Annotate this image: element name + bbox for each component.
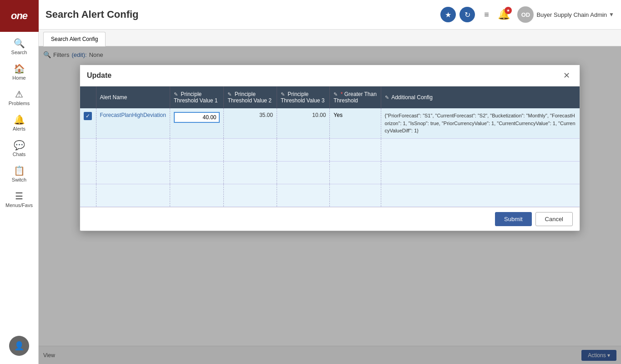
modal-body: Alert Name ✎ Principle Threshold Value 1… [80,86,580,207]
edit-icon-5: ✎ [385,95,389,100]
col-threshold3: ✎ Principle Threshold Value 3 [277,86,329,108]
main-content: Search Alert Config ★ ↻ ≡ 🔔 ★ OD Buyer S… [39,0,621,364]
notification-bell[interactable]: 🔔 ★ [498,9,510,20]
sidebar: one 🔍 Search 🏠 Home ⚠ Problems 🔔 Alerts … [0,0,39,364]
update-table: Alert Name ✎ Principle Threshold Value 1… [80,86,580,207]
sidebar-item-switch[interactable]: 📋 Switch [0,162,38,187]
tab-bar: Search Alert Config [39,30,621,46]
user-section: OD Buyer Supply Chain Admin ▼ [517,6,614,23]
modal-overlay: Update ✕ Alert Name [39,46,621,364]
page-content: 🔍 Filters (edit): None Update ✕ [39,46,621,364]
sidebar-label-switch: Switch [12,177,26,182]
sidebar-item-menus[interactable]: ☰ Menus/Favs [0,187,38,212]
sidebar-label-home: Home [12,75,25,81]
edit-icon-2: ✎ [227,91,232,97]
home-icon: 🏠 [14,64,25,73]
sidebar-label-menus: Menus/Favs [5,202,33,208]
required-star: * [341,91,343,97]
col-alert-name: Alert Name [96,86,170,108]
edit-icon-3: ✎ [281,91,285,97]
page-title: Search Alert Config [45,9,440,20]
topbar: Search Alert Config ★ ↻ ≡ 🔔 ★ OD Buyer S… [39,0,621,30]
col-threshold2: ✎ Principle Threshold Value 2 [224,86,277,108]
app-logo[interactable]: one [0,0,39,32]
tab-search-alert-config[interactable]: Search Alert Config [43,32,106,46]
bell-icon: 🔔 [14,115,25,124]
menu-icon: ☰ [15,192,23,201]
sidebar-item-search[interactable]: 🔍 Search [0,34,38,60]
table-row: ✓ ForecastPlanHighDeviation 35.00 10.00 [80,108,580,138]
sidebar-item-home[interactable]: 🏠 Home [0,60,38,85]
greater-than-cell: Yes [330,108,381,138]
alert-name-cell: ForecastPlanHighDeviation [96,108,170,138]
row-select-cell[interactable]: ✓ [80,108,96,138]
user-role-dropdown[interactable]: Buyer Supply Chain Admin ▼ [536,11,614,18]
edit-icon-4: ✎ [333,91,338,97]
table-body: ✓ ForecastPlanHighDeviation 35.00 10.00 [80,108,580,207]
col-greater-than: ✎ * Greater Than Threshold [330,86,381,108]
additional-config-cell: {"PriorForecast": "S1", "CurrentForecast… [381,108,580,138]
col-threshold1: ✎ Principle Threshold Value 1 [170,86,224,108]
warning-icon: ⚠ [15,90,23,99]
switch-icon: 📋 [14,166,25,175]
cancel-button[interactable]: Cancel [535,212,573,226]
sidebar-item-problems[interactable]: ⚠ Problems [0,85,38,111]
modal-title: Update [87,71,111,80]
table-header: Alert Name ✎ Principle Threshold Value 1… [80,86,580,108]
update-modal: Update ✕ Alert Name [80,65,580,231]
sidebar-item-alerts[interactable]: 🔔 Alerts [0,111,38,136]
sidebar-label-search: Search [11,50,27,55]
table-row-empty-1 [80,138,580,161]
threshold2-cell: 35.00 [224,108,277,138]
alert-name-link[interactable]: ForecastPlanHighDeviation [100,112,166,118]
col-additional-config: ✎ Additional Config [381,86,580,108]
sidebar-label-problems: Problems [9,101,30,106]
user-role-text: Buyer Supply Chain Admin [536,11,607,18]
sidebar-label-chats: Chats [13,152,26,157]
submit-button[interactable]: Submit [495,212,531,226]
logo-text: one [11,10,27,22]
threshold1-cell[interactable] [170,108,224,138]
menu-button[interactable]: ≡ [479,7,494,22]
threshold3-cell: 10.00 [277,108,329,138]
table-row-empty-3 [80,184,580,207]
threshold1-input[interactable] [174,112,220,123]
table-row-empty-2 [80,161,580,184]
dropdown-arrow-icon: ▼ [609,11,614,18]
notification-badge: ★ [505,7,512,14]
favorites-button[interactable]: ★ [440,7,456,22]
checkbox-checked[interactable]: ✓ [84,112,92,120]
chat-icon: 💬 [14,141,25,150]
modal-footer: Submit Cancel [80,207,580,231]
modal-header: Update ✕ [80,65,580,86]
search-icon: 🔍 [14,39,25,48]
topbar-actions: ★ ↻ ≡ 🔔 ★ OD Buyer Supply Chain Admin ▼ [440,6,614,23]
sidebar-label-alerts: Alerts [13,126,25,131]
col-select [80,86,96,108]
sidebar-item-chats[interactable]: 💬 Chats [0,136,38,162]
user-initials: OD [517,6,534,23]
edit-icon-1: ✎ [174,91,178,97]
modal-close-button[interactable]: ✕ [560,70,573,81]
user-avatar-sidebar[interactable]: 👤 [9,336,29,356]
additional-config-text: {"PriorForecast": "S1", "CurrentForecast… [385,113,576,133]
refresh-button[interactable]: ↻ [459,7,475,22]
